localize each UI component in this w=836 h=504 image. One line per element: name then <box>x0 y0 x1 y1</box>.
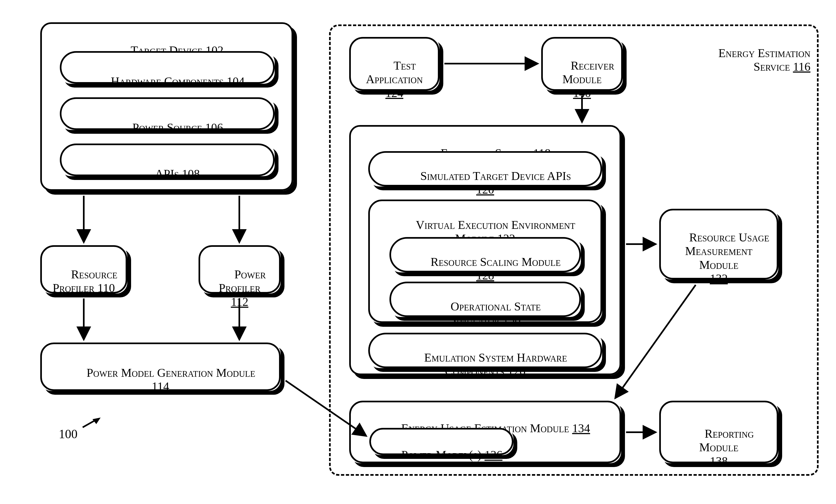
figure-number-arrow-icon <box>81 418 101 428</box>
test-application-label: Test Application 124 <box>349 45 439 114</box>
svg-line-0 <box>83 420 95 427</box>
resource-profiler-label: Resource Profiler 110 <box>40 254 127 309</box>
emu-hw-components-label: Emulation System Hardware Components 126 <box>368 337 602 392</box>
energy-estimation-service-title: Energy Estimation Service 116 <box>691 33 811 88</box>
power-profiler-label: Power Profiler 112 <box>198 254 281 323</box>
power-source-label: Power Source 106 <box>60 107 275 149</box>
figure-number: 100 <box>59 427 77 441</box>
hardware-components-label: Hardware Components 104 <box>60 61 275 102</box>
receiver-module-label: Receiver Module 140 <box>541 45 623 114</box>
reporting-module-label: Reporting Module 138 <box>659 413 778 482</box>
power-models-label: Power Model(s) 136 <box>369 434 513 476</box>
power-model-generation-label: Power Model Generation Module 114 <box>40 352 281 407</box>
apis-label: APIs 108 <box>60 153 275 195</box>
diagram-canvas: Energy Estimation Service 116 Target Dev… <box>0 0 836 504</box>
resource-usage-measurement-label: Resource Usage Measurement Module 132 <box>659 217 778 299</box>
